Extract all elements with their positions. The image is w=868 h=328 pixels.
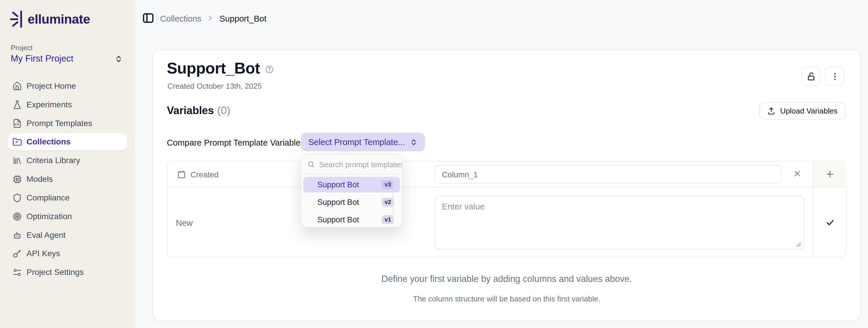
confirm-row-button[interactable] xyxy=(813,187,846,257)
logo[interactable]: elluminate xyxy=(0,0,135,29)
breadcrumb: Collections Support_Bot xyxy=(160,0,267,36)
value-textarea[interactable] xyxy=(435,196,804,249)
sidebar-item-label: Project Settings xyxy=(27,268,84,277)
sidebar-item-models[interactable]: Models xyxy=(8,170,127,187)
dropdown-search xyxy=(302,155,402,174)
new-row-label: New xyxy=(176,218,193,228)
upload-icon xyxy=(767,107,776,115)
page-title: Support_Bot xyxy=(167,59,260,77)
dropdown-scrollbar[interactable] xyxy=(393,177,394,224)
created-column-header: Created xyxy=(177,161,219,187)
lock-open-icon xyxy=(806,72,816,81)
plus-icon xyxy=(825,169,835,179)
logo-text: elluminate xyxy=(28,12,90,27)
template-name: Support Bot xyxy=(317,197,359,207)
sidebar-item-compliance[interactable]: Compliance xyxy=(8,189,127,206)
template-name: Support Bot xyxy=(317,215,359,224)
chevrons-up-down-icon xyxy=(410,138,418,146)
sidebar-item-experiments[interactable]: Experiments xyxy=(8,96,127,113)
sidebar: elluminate Project My First Project Proj… xyxy=(0,0,135,328)
flask-icon xyxy=(12,100,22,109)
table-header-row: Created xyxy=(167,161,846,187)
sidebar-item-label: API Keys xyxy=(27,249,60,258)
elluminate-rays-icon xyxy=(10,9,24,29)
file-code-icon xyxy=(12,118,22,128)
version-badge: v2 xyxy=(382,198,394,207)
variables-table: Created xyxy=(167,161,847,257)
folder-icon xyxy=(12,137,22,146)
home-icon xyxy=(12,81,22,91)
panel-left-icon xyxy=(142,12,155,24)
sidebar-nav: Project HomeExperimentsPrompt TemplatesC… xyxy=(0,77,135,281)
remove-column-button[interactable] xyxy=(789,167,804,182)
library-icon xyxy=(12,156,22,165)
empty-state-line2: The column structure will be based on th… xyxy=(153,295,860,303)
sidebar-item-project-settings[interactable]: Project Settings xyxy=(8,264,127,281)
sidebar-item-label: Compliance xyxy=(27,193,70,202)
sidebar-item-label: Project Home xyxy=(27,81,76,90)
sidebar-item-project-home[interactable]: Project Home xyxy=(8,77,127,94)
dropdown-item-v1[interactable]: Support Botv1 xyxy=(303,212,400,228)
sidebar-item-label: Optimization xyxy=(27,212,72,221)
dropdown-item-v2[interactable]: Support Botv2 xyxy=(303,194,400,210)
sidebar-item-eval-agent[interactable]: Eval Agent xyxy=(8,226,127,243)
project-switcher[interactable]: Project My First Project xyxy=(8,44,127,64)
lock-button[interactable] xyxy=(802,66,821,86)
chevron-right-icon xyxy=(207,14,214,22)
bot-icon xyxy=(12,230,22,240)
select-prompt-template-button[interactable]: Select Prompt Template... xyxy=(301,133,425,152)
sidebar-item-label: Criteria Library xyxy=(27,156,80,165)
sliders-icon xyxy=(12,267,22,277)
dropdown-list: Support Botv3Support Botv2Support Botv1 xyxy=(302,174,402,228)
breadcrumb-current: Support_Bot xyxy=(219,13,266,23)
project-name: My First Project xyxy=(11,54,73,64)
created-date: Created October 13th, 2025 xyxy=(167,82,262,90)
sidebar-item-collections[interactable]: Collections xyxy=(8,133,127,150)
topbar: Collections Support_Bot xyxy=(135,0,868,36)
version-badge: v1 xyxy=(382,215,394,224)
sidebar-item-label: Prompt Templates xyxy=(27,118,92,128)
topbar-divider xyxy=(157,13,157,25)
add-column-column xyxy=(813,161,846,257)
sidebar-item-label: Models xyxy=(27,174,53,184)
dropdown-item-v3[interactable]: Support Botv3 xyxy=(303,177,400,193)
sidebar-item-label: Collections xyxy=(27,137,70,146)
x-icon xyxy=(793,169,801,178)
more-actions-button[interactable] xyxy=(825,66,844,86)
compare-label: Compare Prompt Template Variables: xyxy=(167,138,307,147)
upload-variables-label: Upload Variables xyxy=(780,107,837,115)
calendar-icon xyxy=(177,170,186,179)
version-badge: v3 xyxy=(382,180,394,189)
add-column-button[interactable] xyxy=(813,161,846,187)
column-name-input[interactable] xyxy=(435,165,782,184)
search-icon xyxy=(307,161,315,168)
cpu-icon xyxy=(12,174,22,184)
sidebar-item-prompt-templates[interactable]: Prompt Templates xyxy=(8,115,127,132)
sidebar-item-label: Eval Agent xyxy=(27,230,65,239)
help-circle-icon[interactable] xyxy=(265,65,274,74)
sidebar-toggle-button[interactable] xyxy=(141,11,156,26)
collection-card: Support_Bot Created October 13th, 2025 V… xyxy=(153,50,861,321)
sidebar-item-criteria-library[interactable]: Criteria Library xyxy=(8,152,127,169)
sidebar-item-label: Experiments xyxy=(27,100,72,109)
sidebar-item-api-keys[interactable]: API Keys xyxy=(8,245,127,262)
prompt-template-dropdown: Support Botv3Support Botv2Support Botv1 xyxy=(301,154,402,228)
variables-title: Variables xyxy=(167,105,214,116)
variables-count: (0) xyxy=(217,105,230,116)
chevrons-up-down-icon xyxy=(115,55,123,63)
empty-state-line1: Define your first variable by adding col… xyxy=(153,274,860,284)
created-header-label: Created xyxy=(190,170,218,179)
project-section-label: Project xyxy=(8,44,127,52)
select-prompt-template-label: Select Prompt Template... xyxy=(308,137,405,147)
variables-heading: Variables(0) xyxy=(167,105,230,117)
breadcrumb-collections[interactable]: Collections xyxy=(160,13,202,23)
target-icon xyxy=(12,212,22,221)
upload-variables-button[interactable]: Upload Variables xyxy=(760,102,845,120)
check-icon xyxy=(825,217,835,227)
shield-icon xyxy=(12,193,22,202)
template-name: Support Bot xyxy=(317,180,359,189)
key-icon xyxy=(12,249,22,258)
kebab-menu-icon xyxy=(830,72,839,81)
sidebar-item-optimization[interactable]: Optimization xyxy=(8,208,127,225)
dropdown-search-input[interactable] xyxy=(319,160,402,169)
